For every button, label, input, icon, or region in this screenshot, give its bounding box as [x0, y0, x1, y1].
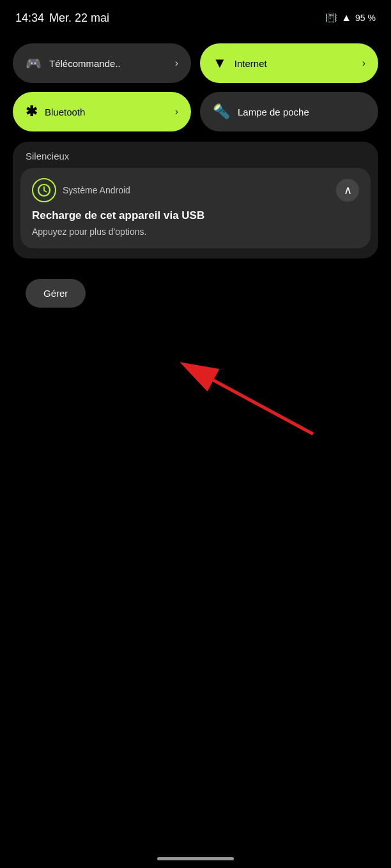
telecommande-chevron: › — [175, 57, 178, 69]
chevron-up-icon: ∧ — [344, 183, 352, 197]
qs-tile-telecommande[interactable]: 🎮 Télécommande.. › — [13, 43, 191, 83]
quick-settings: 🎮 Télécommande.. › ▼ Internet › ✱ Blueto… — [0, 33, 391, 142]
notif-app-name: Système Android — [63, 185, 130, 195]
bluetooth-label: Bluetooth — [45, 107, 167, 117]
notif-app-info: Système Android — [32, 178, 130, 202]
svg-line-2 — [185, 365, 313, 434]
bluetooth-chevron: › — [175, 106, 178, 117]
notification-card[interactable]: Système Android ∧ Recharge de cet appare… — [20, 168, 371, 248]
internet-chevron: › — [362, 57, 365, 69]
notif-body: Appuyez pour plus d'options. — [32, 227, 359, 237]
status-date: Mer. 22 mai — [49, 11, 109, 25]
bluetooth-icon: ✱ — [26, 103, 37, 120]
status-icons: 📳 ▲ 95 % — [325, 12, 376, 24]
telecommande-icon: 🎮 — [26, 56, 42, 71]
internet-icon: ▼ — [213, 55, 227, 71]
internet-label: Internet — [234, 58, 355, 69]
qs-tile-lampe[interactable]: 🔦 Lampe de poche — [200, 92, 378, 131]
notification-section: Silencieux Système Android — [13, 142, 378, 258]
telecommande-label: Télécommande.. — [49, 58, 167, 69]
gerer-button[interactable]: Gérer — [26, 279, 86, 308]
notif-section-label: Silencieux — [13, 142, 378, 168]
notif-header: Système Android ∧ — [32, 178, 359, 202]
qs-tile-internet[interactable]: ▼ Internet › — [200, 43, 378, 83]
lampe-icon: 🔦 — [213, 103, 230, 120]
notif-app-icon — [32, 178, 56, 202]
notif-collapse-button[interactable]: ∧ — [336, 179, 359, 202]
qs-tile-bluetooth[interactable]: ✱ Bluetooth › — [13, 92, 191, 131]
battery-icon: 95 % — [355, 13, 376, 23]
vibrate-icon: 📳 — [325, 12, 337, 24]
lampe-label: Lampe de poche — [238, 107, 365, 117]
wifi-icon: ▲ — [341, 12, 351, 24]
status-bar: 14:34 Mer. 22 mai 📳 ▲ 95 % — [0, 0, 391, 33]
home-indicator — [157, 857, 234, 860]
notif-title: Recharge de cet appareil via USB — [32, 209, 359, 223]
status-time: 14:34 — [15, 11, 44, 25]
